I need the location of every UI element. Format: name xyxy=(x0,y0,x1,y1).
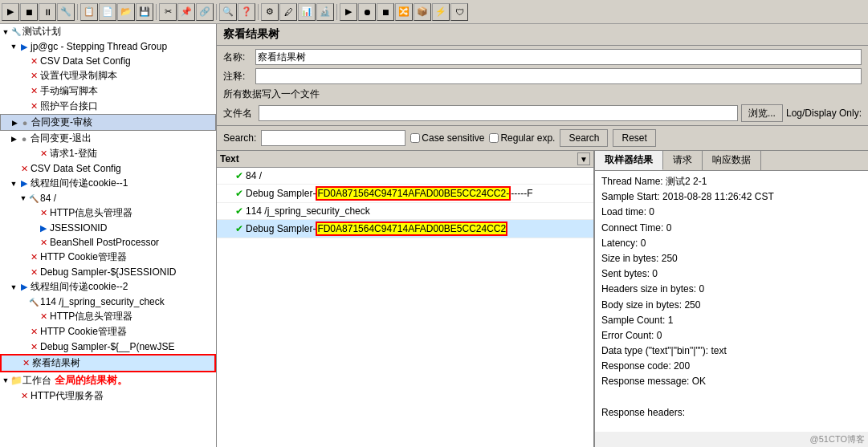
toolbar-btn-23[interactable]: ⚡ xyxy=(432,3,450,21)
tree-label-http-header2: HTTP信息头管理器 xyxy=(50,310,132,323)
tree-item-manual[interactable]: ▶ ✕ 手动编写脚本 xyxy=(0,83,216,99)
tree-item-84[interactable]: ▼ 🔨 84 / xyxy=(0,191,216,205)
detail-row-8: Body size in bytes: 250 xyxy=(601,298,862,313)
tree-label-http-cookie1: HTTP Cookie管理器 xyxy=(40,250,127,264)
file-label: 文件名 xyxy=(223,107,255,120)
browse-button[interactable]: 浏览... xyxy=(741,104,783,122)
tree-item-debug2[interactable]: ▶ ✕ Debug Sampler-${__P(newJSE xyxy=(0,339,216,354)
tree-item-thread1[interactable]: ▼ ▶ jp@gc - Stepping Thread Group xyxy=(0,39,216,54)
tree-root[interactable]: ▼ 🔧 测试计划 xyxy=(0,24,216,39)
detail-content: Thread Name: 测试2 2-1 Sample Start: 2018-… xyxy=(595,171,868,432)
toolbar-btn-1[interactable]: ▶ xyxy=(2,3,19,21)
file-input[interactable] xyxy=(259,105,738,121)
tree-item-csv1[interactable]: ▶ ✕ CSV Data Set Config xyxy=(0,54,216,68)
expand-84[interactable]: ▼ xyxy=(19,194,27,202)
toolbar-btn-7[interactable]: 📂 xyxy=(117,3,135,21)
result-item-3[interactable]: ✔ 114 /j_spring_security_check xyxy=(217,203,593,220)
expand-root[interactable]: ▼ xyxy=(2,28,10,36)
tree-item-contract-exit[interactable]: ▶ ● 合同变更-退出 xyxy=(0,131,216,146)
toolbar-btn-18[interactable]: ▶ xyxy=(340,3,357,21)
tree-item-http-header2[interactable]: ▶ ✕ HTTP信息头管理器 xyxy=(0,309,216,324)
regex-checkbox[interactable] xyxy=(489,133,499,143)
toolbar-separator-5 xyxy=(336,4,337,20)
tree-item-contract-audit[interactable]: ▶ ● 合同变更-审核 xyxy=(0,114,216,131)
tree-item-http-header1[interactable]: ▶ ✕ HTTP信息头管理器 xyxy=(0,205,216,221)
tree-item-platform[interactable]: ▶ ✕ 照护平台接口 xyxy=(0,99,216,114)
toolbar-btn-3[interactable]: ⏸ xyxy=(39,3,56,21)
tree-label-results-viewer: 察看结果树 xyxy=(32,356,80,370)
expand-contract-exit[interactable]: ▶ xyxy=(10,135,18,143)
tree-item-http-cookie2[interactable]: ▶ ✕ HTTP Cookie管理器 xyxy=(0,324,216,339)
toolbar-btn-19[interactable]: ⏺ xyxy=(358,3,376,21)
toolbar-btn-21[interactable]: 🔀 xyxy=(395,3,413,21)
tree-item-results-viewer[interactable]: ▶ ✕ 察看结果树 xyxy=(0,354,216,372)
regex-label: Regular exp. xyxy=(489,132,555,144)
workbench-icon: 📁 xyxy=(10,374,22,387)
detail-row-3: Connect Time: 0 xyxy=(601,221,862,236)
comment-input[interactable] xyxy=(255,68,862,84)
toolbar-btn-16[interactable]: 📊 xyxy=(298,3,316,21)
search-button[interactable]: Search xyxy=(560,129,608,147)
expand-contract-audit[interactable]: ▶ xyxy=(10,119,18,127)
detail-row-6: Sent bytes: 0 xyxy=(601,266,862,282)
tree-item-cookie2[interactable]: ▼ ▶ 线程组间传递cookie--2 xyxy=(0,279,216,295)
panel-header: 察看结果树 xyxy=(217,24,868,46)
expand-cookie2[interactable]: ▼ xyxy=(10,283,18,291)
tree-item-http-cookie1[interactable]: ▶ ✕ HTTP Cookie管理器 xyxy=(0,250,216,265)
tree-item-workbench[interactable]: ▼ 📁 工作台 全局的结果树。 xyxy=(0,372,216,388)
expand-workbench[interactable]: ▼ xyxy=(2,376,10,384)
case-sensitive-checkbox[interactable] xyxy=(410,133,420,143)
toolbar-btn-15[interactable]: 🖊 xyxy=(279,3,297,21)
result-item-4[interactable]: ✔ Debug Sampler-FD0A871564C94714AFAD00BE… xyxy=(217,220,593,238)
toolbar-btn-24[interactable]: 🛡 xyxy=(450,3,468,21)
tree-item-114[interactable]: ▶ 🔨 114 /j_spring_security_check xyxy=(0,295,216,309)
tree-label-platform: 照护平台接口 xyxy=(40,100,98,113)
tree-item-csv2[interactable]: ▶ ✕ CSV Data Set Config xyxy=(0,161,216,176)
result-item-1[interactable]: ✔ 84 / xyxy=(217,168,593,185)
toolbar-btn-20[interactable]: ⏹ xyxy=(377,3,394,21)
results-viewer-icon: ✕ xyxy=(19,357,32,370)
toolbar-btn-8[interactable]: 💾 xyxy=(136,3,153,21)
expand-thread1[interactable]: ▼ xyxy=(10,43,18,51)
toolbar-btn-13[interactable]: ❓ xyxy=(238,3,255,21)
result-check-4: ✔ xyxy=(233,222,246,235)
toolbar-btn-2[interactable]: ⏹ xyxy=(20,3,38,21)
toolbar-btn-22[interactable]: 📦 xyxy=(414,3,431,21)
toolbar-separator-2 xyxy=(156,4,157,20)
toolbar-btn-12[interactable]: 🔍 xyxy=(219,3,237,21)
tab-sampler-result[interactable]: 取样器结果 xyxy=(595,151,663,170)
name-input[interactable] xyxy=(255,49,862,65)
toolbar-btn-6[interactable]: 📄 xyxy=(99,3,116,21)
tree-item-beanshell[interactable]: ▶ ✕ BeanShell PostProcessor xyxy=(0,235,216,250)
detail-panel: 取样器结果 请求 响应数据 Thread Name: 测试2 2-1 Sampl… xyxy=(595,151,868,447)
toolbar-btn-10[interactable]: 📌 xyxy=(177,3,195,21)
detail-row-4: Latency: 0 xyxy=(601,236,862,251)
result-item-2[interactable]: ✔ Debug Sampler-FD0A871564C94714AFAD00BE… xyxy=(217,185,593,203)
result-check-2: ✔ xyxy=(233,187,246,200)
tree-item-proxy[interactable]: ▶ ✕ 设置代理录制脚本 xyxy=(0,68,216,83)
text-dropdown-btn[interactable]: ▼ xyxy=(577,152,590,165)
toolbar-btn-14[interactable]: ⚙ xyxy=(261,3,279,21)
toolbar: ▶ ⏹ ⏸ 🔧 📋 📄 📂 💾 ✂ 📌 🔗 🔍 ❓ ⚙ 🖊 📊 🔬 ▶ ⏺ ⏹ … xyxy=(0,0,868,24)
toolbar-btn-9[interactable]: ✂ xyxy=(159,3,177,21)
toolbar-btn-11[interactable]: 🔗 xyxy=(196,3,214,21)
toolbar-btn-17[interactable]: 🔬 xyxy=(316,3,334,21)
search-input[interactable] xyxy=(261,130,405,146)
form-area: 名称: 注释: 所有数据写入一个文件 文件名 浏览... Log/Display… xyxy=(217,46,868,126)
tree-item-http-proxy[interactable]: ▶ ✕ HTTP代理服务器 xyxy=(0,388,216,404)
tree-results-list: ✔ 84 / ✔ Debug Sampler-FD0A871564C94714A… xyxy=(217,168,593,447)
tab-response-data[interactable]: 响应数据 xyxy=(703,151,761,170)
reset-button[interactable]: Reset xyxy=(613,129,655,147)
toolbar-btn-5[interactable]: 📋 xyxy=(80,3,98,21)
tree-item-jsessionid[interactable]: ▶ ▶ JSESSIONID xyxy=(0,221,216,235)
tree-item-debug1[interactable]: ▶ ✕ Debug Sampler-${JSESSIONID xyxy=(0,265,216,279)
cookie1-icon: ▶ xyxy=(18,177,31,190)
expand-cookie1[interactable]: ▼ xyxy=(10,180,18,188)
search-bar: Search: Case sensitive Regular exp. Sear… xyxy=(217,126,868,151)
manual-icon: ✕ xyxy=(27,85,40,98)
toolbar-btn-4[interactable]: 🔧 xyxy=(57,3,75,21)
tree-item-cookie1[interactable]: ▼ ▶ 线程组间传递cookie--1 xyxy=(0,176,216,191)
tab-request[interactable]: 请求 xyxy=(663,151,703,170)
result-text-1: 84 / xyxy=(246,170,262,181)
tree-item-request1[interactable]: ▶ ✕ 请求1-登陆 xyxy=(0,146,216,161)
